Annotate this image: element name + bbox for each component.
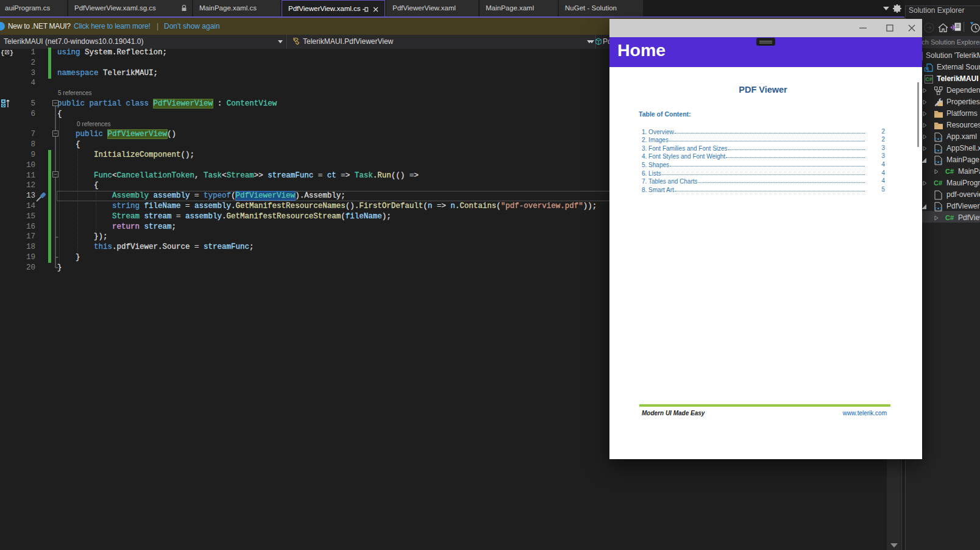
svg-text:C#: C# [926,76,932,82]
